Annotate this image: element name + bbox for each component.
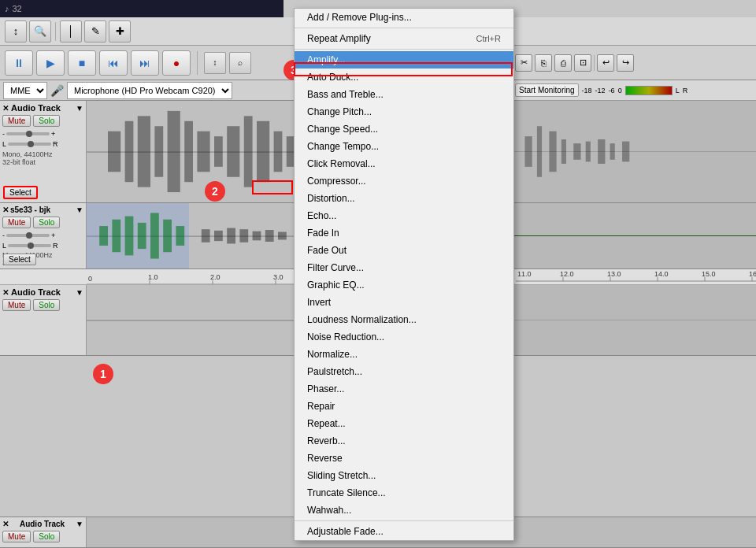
track1-vol-thumb	[26, 131, 32, 137]
step-badge-2: 2	[205, 181, 225, 202]
track3-mute-btn[interactable]: Mute	[2, 299, 31, 311]
menu-truncate-silence[interactable]: Truncate Silence...	[295, 484, 513, 502]
track1-select-btn[interactable]: Select	[3, 186, 38, 199]
track3-close-icon[interactable]: ✕	[2, 288, 9, 297]
menu-change-tempo[interactable]: Change Tempo...	[295, 138, 513, 155]
menu-invert[interactable]: Invert	[295, 294, 513, 311]
menu-filter-curve[interactable]: Filter Curve...	[295, 259, 513, 276]
menu-repeat[interactable]: Repeat...	[295, 415, 513, 432]
track1-close-icon[interactable]: ✕	[2, 104, 9, 113]
bottom-track-panel: ✕ Audio Track ▼ Mute Solo	[0, 517, 87, 547]
undo-btn[interactable]: ↩	[597, 54, 614, 72]
app-header: ♪ 32	[0, 0, 284, 17]
track2-pan-slider[interactable]	[8, 244, 51, 247]
track1-mute-btn[interactable]: Mute	[2, 115, 31, 127]
menu-wahwah[interactable]: Wahwah...	[295, 502, 513, 519]
menu-normalize[interactable]: Normalize...	[295, 346, 513, 363]
bottom-track-mute-btn[interactable]: Mute	[2, 531, 31, 542]
menu-noise-reduction[interactable]: Noise Reduction...	[295, 328, 513, 346]
menu-change-speed[interactable]: Change Speed...	[295, 120, 513, 138]
menu-amplify[interactable]: Amplify...	[295, 51, 513, 68]
level-meter	[625, 86, 673, 95]
play-btn[interactable]: ▶	[36, 50, 65, 76]
track2-title-row: ✕ s5e33 - bjk ▼	[2, 206, 83, 214]
right-track3-waveform	[512, 285, 756, 356]
track1-solo-btn[interactable]: Solo	[33, 115, 60, 127]
trim-btn[interactable]: ⊡	[574, 54, 591, 72]
menu-reverse[interactable]: Reverse	[295, 450, 513, 467]
svg-text:0: 0	[88, 275, 92, 283]
lr-label-r: R	[683, 87, 688, 94]
bottom-track-title-row: ✕ Audio Track ▼	[2, 520, 83, 528]
track2-volume-row: - +	[2, 231, 83, 239]
track2-vol-thumb	[26, 232, 32, 239]
track3-menu-icon[interactable]: ▼	[76, 288, 83, 297]
menu-fade-in[interactable]: Fade In	[295, 224, 513, 242]
track1-vol-plus: +	[51, 130, 55, 138]
right-toolbar: ✂ ⎘ ⎙ ⊡ ↩ ↪	[512, 46, 756, 80]
menu-paulstretch[interactable]: Paulstretch...	[295, 363, 513, 380]
cursor-tool-btn[interactable]: │	[60, 20, 82, 43]
select-tool-btn[interactable]: ↕	[5, 20, 27, 43]
right-ruler: 11.0 12.0 13.0 14.0 15.0 16.0	[512, 268, 756, 285]
menu-repair[interactable]: Repair	[295, 398, 513, 415]
track2-close-icon[interactable]: ✕	[2, 206, 9, 214]
menu-phaser[interactable]: Phaser...	[295, 380, 513, 398]
menu-echo[interactable]: Echo...	[295, 207, 513, 224]
track1-volume-slider[interactable]	[6, 132, 50, 135]
cursor-small-btn[interactable]: ↕	[204, 52, 226, 74]
lr-label: L	[676, 87, 680, 94]
bottom-track-close[interactable]: ✕	[2, 520, 9, 528]
menu-compressor[interactable]: Compressor...	[295, 172, 513, 190]
multitool-btn[interactable]: ✚	[109, 20, 131, 43]
menu-add-remove-plugins[interactable]: Add / Remove Plug-ins...	[295, 9, 513, 26]
track2-panel: ✕ s5e33 - bjk ▼ Mute Solo - + L R	[0, 203, 87, 268]
track1-menu-icon[interactable]: ▼	[76, 104, 83, 113]
draw-tool-btn[interactable]: ✎	[84, 20, 106, 43]
skip-back-btn[interactable]: ⏮	[99, 50, 128, 76]
menu-click-removal[interactable]: Click Removal...	[295, 155, 513, 172]
mic-icon: 🎤	[50, 84, 64, 97]
zoom-small-btn[interactable]: ⌕	[229, 52, 251, 74]
level-0: 0	[618, 87, 622, 94]
pause-btn[interactable]: ⏸	[5, 50, 33, 76]
menu-repeat-amplify[interactable]: Repeat Amplify Ctrl+R	[295, 30, 513, 47]
menu-bass-treble[interactable]: Bass and Treble...	[295, 86, 513, 103]
menu-change-pitch[interactable]: Change Pitch...	[295, 103, 513, 120]
redo-btn[interactable]: ↪	[617, 54, 634, 72]
zoom-tool-btn[interactable]: 🔍	[29, 20, 51, 43]
cut-btn[interactable]: ✂	[515, 54, 532, 72]
stop-btn[interactable]: ■	[68, 50, 96, 76]
menu-auto-duck[interactable]: Auto Duck...	[295, 68, 513, 86]
microphone-select[interactable]: Microphone (HD Pro Webcam C920)	[67, 82, 232, 99]
menu-loudness-norm[interactable]: Loudness Normalization...	[295, 311, 513, 328]
track2-pan-row: L R	[2, 242, 83, 250]
svg-text:3.0: 3.0	[273, 273, 284, 281]
bottom-track-menu[interactable]: ▼	[76, 520, 83, 528]
track3-solo-btn[interactable]: Solo	[33, 299, 60, 311]
track2-pan-thumb	[28, 243, 34, 249]
svg-text:16.0: 16.0	[749, 270, 756, 278]
track2-select-btn[interactable]: Select	[3, 254, 36, 265]
menu-sliding-stretch[interactable]: Sliding Stretch...	[295, 467, 513, 484]
menu-distortion[interactable]: Distortion...	[295, 190, 513, 207]
record-btn[interactable]: ●	[162, 50, 191, 76]
api-select[interactable]: MME	[3, 82, 47, 99]
skip-forward-btn[interactable]: ⏭	[131, 50, 159, 76]
track2-vol-minus: -	[2, 231, 5, 239]
menu-adjustable-fade[interactable]: Adjustable Fade...	[295, 523, 513, 540]
track2-volume-slider[interactable]	[6, 234, 50, 237]
paste-btn[interactable]: ⎙	[554, 54, 572, 72]
start-monitoring-btn[interactable]: Start Monitoring	[515, 83, 579, 97]
track1-pan-slider[interactable]	[8, 143, 51, 146]
menu-fade-out[interactable]: Fade Out	[295, 242, 513, 259]
copy-btn[interactable]: ⎘	[535, 54, 552, 72]
track2-menu-icon[interactable]: ▼	[76, 206, 83, 214]
track2-solo-btn[interactable]: Solo	[33, 217, 60, 228]
level-minus6: -6	[609, 87, 615, 94]
bottom-track-label: Audio Track	[20, 520, 65, 528]
menu-graphic-eq[interactable]: Graphic EQ...	[295, 276, 513, 294]
menu-reverb[interactable]: Reverb...	[295, 432, 513, 450]
track2-mute-btn[interactable]: Mute	[2, 217, 31, 228]
bottom-track-solo-btn[interactable]: Solo	[33, 531, 60, 542]
